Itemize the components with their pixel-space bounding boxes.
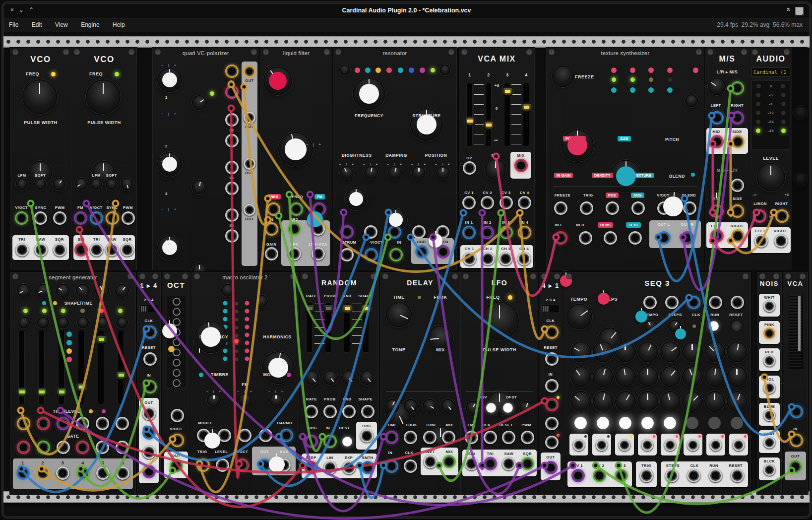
cv-amount-knob-1[interactable] (193, 96, 206, 109)
in-jack-3[interactable] (545, 417, 559, 430)
rnd-cv-jack[interactable] (342, 405, 356, 418)
freq-knob[interactable] (481, 303, 518, 339)
timbre-att-knob[interactable] (208, 394, 220, 406)
strum-input-jack[interactable] (340, 248, 354, 261)
bank-knob[interactable] (686, 95, 697, 106)
freeze-input-jack[interactable] (554, 201, 567, 215)
morph-knob[interactable] (265, 453, 289, 476)
fm-attenuator-knob[interactable] (76, 179, 87, 190)
freq-knob[interactable] (23, 80, 56, 113)
in-jack-1[interactable] (545, 379, 559, 392)
mix-knob[interactable] (486, 160, 505, 180)
tempo-cv-jack[interactable] (643, 296, 657, 309)
shape-knob-2[interactable] (37, 285, 49, 297)
clk-input-jack[interactable] (484, 431, 497, 444)
time-level-jack-1[interactable] (17, 417, 30, 430)
saw-output-jack[interactable] (502, 457, 515, 470)
run-button[interactable] (709, 321, 719, 331)
shape-knob-1[interactable] (18, 285, 30, 297)
slider-handle[interactable] (57, 388, 66, 396)
cv1-step-knob[interactable] (728, 342, 747, 361)
frequency-knob[interactable] (195, 322, 226, 352)
prob-cv-jack[interactable] (323, 405, 337, 418)
gate-out-jack-1[interactable] (573, 439, 585, 451)
sqr-output-jack[interactable] (521, 457, 534, 470)
fm-amount-knob[interactable] (303, 207, 327, 231)
model-button-left[interactable] (222, 285, 233, 296)
mix-knob[interactable] (429, 427, 452, 451)
cv1-output-jack[interactable] (571, 469, 585, 482)
encode-cv-jack[interactable] (731, 81, 744, 95)
lmon-input-jack[interactable] (753, 209, 766, 223)
gate-out-jack-2[interactable] (596, 439, 608, 451)
freq-knob[interactable] (87, 80, 120, 113)
cv1-step-knob[interactable] (638, 342, 657, 361)
right-input-jack[interactable] (731, 111, 744, 125)
in-jack-2[interactable] (225, 113, 239, 127)
cv3-jack[interactable] (500, 196, 513, 209)
tri-output-jack[interactable] (15, 243, 29, 257)
level-slider-3[interactable] (59, 330, 64, 404)
out-jack[interactable] (170, 459, 183, 472)
time-level-jack-5[interactable] (96, 417, 109, 430)
encode-width-knob[interactable] (709, 78, 725, 94)
edit-icon[interactable] (693, 67, 698, 73)
in-jack-2[interactable] (545, 398, 559, 411)
left-output-jack[interactable] (754, 234, 768, 248)
time-level-jack-4[interactable] (76, 417, 89, 430)
cv2-output-jack[interactable] (593, 469, 606, 482)
gate-out-jack-8[interactable] (733, 439, 745, 451)
fdbk-knob[interactable] (429, 326, 452, 350)
violet-output-jack[interactable] (763, 382, 775, 394)
rate-slider[interactable] (307, 303, 312, 352)
shape-knob-5[interactable] (96, 285, 108, 297)
out-jack-2[interactable] (142, 426, 156, 440)
sqr-output-jack[interactable] (121, 243, 134, 257)
audio-input-jack[interactable] (389, 248, 403, 261)
mix-output-jack[interactable] (442, 455, 456, 468)
time-level-jack-2[interactable] (37, 417, 50, 430)
voct-input-jack[interactable] (236, 458, 249, 472)
time-level-jack-6[interactable] (116, 417, 129, 430)
cv1-step-knob[interactable] (705, 342, 724, 361)
gate-jack-4[interactable] (76, 441, 89, 454)
out-jack-1[interactable] (142, 407, 156, 420)
fm-input-jack[interactable] (74, 211, 87, 225)
lin-output-jack[interactable] (323, 461, 337, 474)
level-slider-5[interactable] (98, 330, 104, 404)
level-slider-1[interactable] (19, 330, 24, 404)
shape-knob-6[interactable] (116, 285, 128, 297)
menu-edit[interactable]: Edit (26, 19, 48, 31)
pwm-attenuator-knob[interactable] (122, 179, 132, 190)
clk-input-jack[interactable] (143, 325, 157, 339)
shape-knob-3[interactable] (57, 285, 69, 297)
cv-input-jack[interactable] (790, 405, 803, 418)
rnd-handle[interactable] (343, 305, 352, 313)
mid-output-jack[interactable] (710, 135, 724, 148)
time-knob[interactable] (387, 303, 411, 326)
prob-handle[interactable] (324, 305, 333, 313)
pwm-input-jack[interactable] (53, 211, 66, 225)
out-r-jack[interactable] (681, 231, 694, 245)
morph-cv-jack[interactable] (259, 429, 272, 442)
structure-knob[interactable] (411, 109, 442, 140)
brightness-knob[interactable] (346, 189, 367, 209)
slider-handle[interactable] (117, 371, 126, 380)
density-knob[interactable] (595, 290, 613, 308)
cv1-step-knob[interactable] (616, 342, 635, 361)
bp2-output-jack[interactable] (288, 222, 301, 236)
sin-output-jack[interactable] (74, 243, 88, 257)
in2-jack[interactable] (481, 226, 494, 239)
out-jack-4[interactable] (142, 465, 156, 478)
brightness-cv-jack[interactable] (340, 225, 354, 239)
ch1-output-jack[interactable] (463, 252, 476, 265)
lp4-output-jack[interactable] (288, 247, 301, 260)
rnd-att-knob[interactable] (342, 371, 355, 384)
cv3-step-knob[interactable] (571, 392, 590, 411)
res-cv-jack[interactable] (267, 202, 280, 216)
shape-att-knob[interactable] (361, 371, 374, 384)
mix-output-jack[interactable] (514, 159, 528, 172)
white-output-jack[interactable] (763, 300, 775, 312)
collapse-icon[interactable]: » (784, 7, 792, 11)
gate-jack-1[interactable] (17, 441, 30, 454)
